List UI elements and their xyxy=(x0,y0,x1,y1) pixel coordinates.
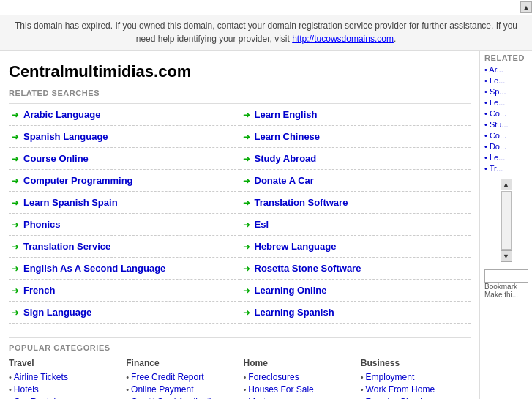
arrow-icon: ➜ xyxy=(12,264,19,274)
arrow-icon: ➜ xyxy=(243,154,250,164)
main-content: Centralmultimidias.com RELATED SEARCHES … xyxy=(0,51,479,399)
popular-col-travel: Travel Airline Tickets Hotels Car Rental xyxy=(9,358,119,399)
list-item: ➜ Spanish Language xyxy=(9,126,240,148)
arrow-icon: ➜ xyxy=(12,198,19,208)
list-item: Hotels xyxy=(9,384,119,395)
right-link-stu[interactable]: • Stu... xyxy=(484,120,528,129)
search-link-computer-programming[interactable]: Computer Programming xyxy=(23,175,133,186)
search-link-learn-english[interactable]: Learn English xyxy=(255,109,318,120)
link-hotels[interactable]: Hotels xyxy=(14,384,39,395)
popular-col-business: Business Employment Work From Home Reord… xyxy=(361,358,471,399)
list-item: ➜ English As A Second Language xyxy=(9,258,240,280)
search-link-english-second-language[interactable]: English As A Second Language xyxy=(23,263,165,274)
link-free-credit-report[interactable]: Free Credit Report xyxy=(131,372,203,382)
search-link-study-abroad[interactable]: Study Abroad xyxy=(255,153,317,164)
list-item: ➜ Phonics xyxy=(9,214,240,236)
search-link-french[interactable]: French xyxy=(23,285,55,296)
search-link-rosetta-stone[interactable]: Rosetta Stone Software xyxy=(255,263,361,274)
col-title-finance: Finance xyxy=(126,358,236,368)
search-link-translation-service[interactable]: Translation Service xyxy=(23,241,110,252)
search-link-learning-spanish[interactable]: Learning Spanish xyxy=(255,307,334,318)
expired-banner: This domain has expired. If you owned th… xyxy=(0,15,532,51)
right-link-le1[interactable]: • Le... xyxy=(484,76,528,85)
arrow-icon: ➜ xyxy=(243,198,250,208)
list-item: ➜ French xyxy=(9,280,240,302)
related-searches-label: RELATED SEARCHES xyxy=(9,89,471,97)
search-link-translation-software[interactable]: Translation Software xyxy=(255,197,348,208)
scroll-track[interactable] xyxy=(501,191,512,250)
list-item: Car Rental xyxy=(9,396,119,399)
list-item: Credit Card Application xyxy=(126,396,236,399)
popular-col-home: Home Foreclosures Houses For Sale Mortga… xyxy=(244,358,353,399)
search-link-hebrew-language[interactable]: Hebrew Language xyxy=(255,241,337,252)
banner-text: This domain has expired. If you owned th… xyxy=(15,20,517,44)
arrow-icon: ➜ xyxy=(12,176,19,186)
arrow-icon: ➜ xyxy=(12,242,19,252)
right-scrollbar: ▲ ▼ xyxy=(484,179,528,262)
link-airline-tickets[interactable]: Airline Tickets xyxy=(14,372,68,382)
bookmark-input[interactable] xyxy=(484,269,528,283)
arrow-icon: ➜ xyxy=(243,264,250,274)
arrow-icon: ➜ xyxy=(12,132,19,142)
list-item: ➜ Arabic Language xyxy=(9,104,240,126)
list-item: ➜ Translation Software xyxy=(240,192,471,214)
link-employment[interactable]: Employment xyxy=(366,372,415,382)
right-link-le3[interactable]: • Le... xyxy=(484,153,528,162)
list-item: Reorder Checks xyxy=(361,396,471,399)
right-link-co[interactable]: • Co... xyxy=(484,109,528,118)
search-link-learn-chinese[interactable]: Learn Chinese xyxy=(255,131,321,142)
list-item: ➜ Learning Spanish xyxy=(240,302,471,324)
bookmark-label: Bookmark xyxy=(484,283,528,291)
right-link-do[interactable]: • Do... xyxy=(484,142,528,151)
list-item: Employment xyxy=(361,371,471,382)
arrow-icon: ➜ xyxy=(12,220,19,230)
site-title: Centralmultimidias.com xyxy=(9,56,471,89)
arrow-icon: ➜ xyxy=(243,110,250,120)
search-link-learn-spanish-spain[interactable]: Learn Spanish Spain xyxy=(23,197,118,208)
search-link-esl[interactable]: Esl xyxy=(255,219,269,230)
right-related-label: RELATED xyxy=(484,53,528,62)
list-item: ➜ Sign Language xyxy=(9,302,240,324)
arrow-icon: ➜ xyxy=(243,286,250,296)
right-link-le2[interactable]: • Le... xyxy=(484,98,528,107)
list-item: ➜ Learn English xyxy=(240,104,471,126)
list-item: Free Credit Report xyxy=(126,371,236,382)
arrow-icon: ➜ xyxy=(12,154,19,164)
search-link-sign-language[interactable]: Sign Language xyxy=(23,307,91,318)
list-item: ➜ Esl xyxy=(240,214,471,236)
right-link-ar[interactable]: • Ar... xyxy=(484,65,528,74)
list-item: ➜ Learn Chinese xyxy=(240,126,471,148)
right-link-tr[interactable]: • Tr... xyxy=(484,164,528,173)
search-link-spanish-language[interactable]: Spanish Language xyxy=(23,131,108,142)
arrow-icon: ➜ xyxy=(243,307,250,318)
list-item: ➜ Donate A Car xyxy=(240,170,471,192)
search-link-learning-online[interactable]: Learning Online xyxy=(255,285,327,296)
search-link-donate-a-car[interactable]: Donate A Car xyxy=(255,175,314,186)
search-link-course-online[interactable]: Course Online xyxy=(23,153,89,164)
banner-link[interactable]: http://tucowsdomains.com xyxy=(292,34,394,44)
arrow-icon: ➜ xyxy=(243,220,250,230)
scroll-up-right-btn[interactable]: ▲ xyxy=(501,179,512,190)
popular-col-finance: Finance Free Credit Report Online Paymen… xyxy=(126,358,236,399)
scroll-up-btn[interactable]: ▲ xyxy=(520,1,532,13)
list-item: ➜ Course Online xyxy=(9,148,240,170)
list-item: ➜ Learn Spanish Spain xyxy=(9,192,240,214)
make-label: Make thi... xyxy=(484,291,528,299)
search-link-phonics[interactable]: Phonics xyxy=(23,219,61,230)
related-searches-grid: ➜ Arabic Language ➜ Learn English ➜ Span… xyxy=(9,103,471,324)
list-item: Houses For Sale xyxy=(244,384,353,395)
scroll-down-right-btn[interactable]: ▼ xyxy=(501,250,512,262)
search-link-arabic-language[interactable]: Arabic Language xyxy=(23,109,100,120)
arrow-icon: ➜ xyxy=(12,307,19,318)
arrow-icon: ➜ xyxy=(12,286,19,296)
right-link-sp[interactable]: • Sp... xyxy=(484,87,528,96)
link-houses-for-sale[interactable]: Houses For Sale xyxy=(248,384,313,395)
link-foreclosures[interactable]: Foreclosures xyxy=(248,372,299,382)
link-online-payment[interactable]: Online Payment xyxy=(131,384,193,395)
popular-grid: Travel Airline Tickets Hotels Car Rental… xyxy=(9,358,471,399)
popular-section: POPULAR CATEGORIES Travel Airline Ticket… xyxy=(9,337,471,399)
list-item: Online Payment xyxy=(126,384,236,395)
right-link-co2[interactable]: • Co... xyxy=(484,131,528,140)
list-item: ➜ Translation Service xyxy=(9,236,240,258)
link-work-from-home[interactable]: Work From Home xyxy=(366,384,435,395)
